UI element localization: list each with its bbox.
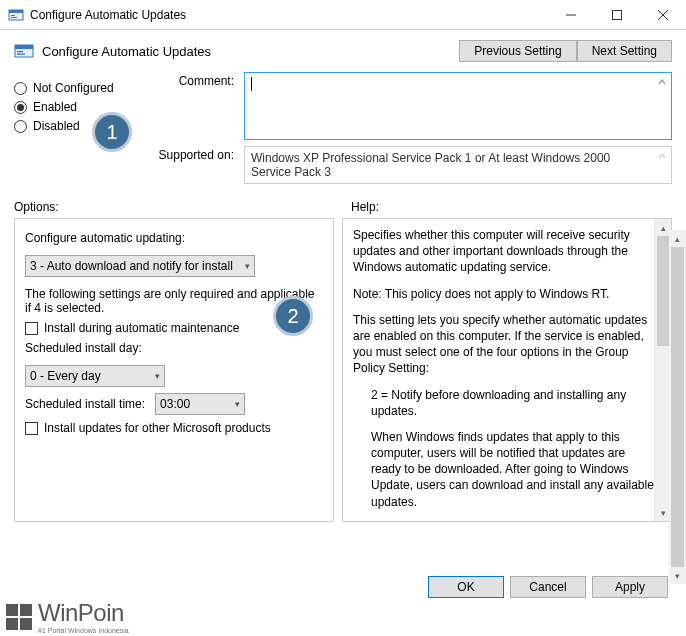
radio-not-configured[interactable]: Not Configured [14,81,154,95]
radio-icon [14,120,27,133]
maximize-button[interactable] [594,0,640,30]
chevron-up-icon[interactable] [655,75,669,89]
install-other-products-checkbox[interactable]: Install updates for other Microsoft prod… [25,421,323,435]
sched-day-label: Scheduled install day: [25,341,323,355]
svg-rect-10 [17,51,23,52]
watermark-tagline: #1 Portal Windows Indonesia [38,627,129,634]
radio-label: Disabled [33,119,80,133]
apply-button[interactable]: Apply [592,576,668,598]
checkbox-icon [25,422,38,435]
checkbox-icon [25,322,38,335]
state-radios: Not Configured Enabled Disabled [14,72,154,190]
window-controls [548,0,686,29]
winpoin-logo-icon [6,604,32,630]
outer-scrollbar[interactable]: ▴ ▾ [669,230,686,584]
help-paragraph: When Windows finds updates that apply to… [353,429,655,510]
options-label: Options: [14,200,341,214]
help-paragraph: This setting lets you specify whether au… [353,312,655,377]
window-title: Configure Automatic Updates [30,8,548,22]
configure-updating-label: Configure automatic updating: [25,231,323,245]
supported-on-box: Windows XP Professional Service Pack 1 o… [244,146,672,184]
configure-updating-select[interactable]: 3 - Auto download and notify for install… [25,255,255,277]
select-value: 0 - Every day [30,369,101,383]
help-paragraph: 3 = (Default setting) Download the updat… [353,520,655,522]
select-value: 3 - Auto download and notify for install [30,259,233,273]
sched-day-select[interactable]: 0 - Every day ▾ [25,365,165,387]
select-value: 03:00 [160,397,190,411]
supported-on-label: Supported on: [154,146,244,162]
help-paragraph: 2 = Notify before downloading and instal… [353,387,655,419]
annotation-badge-2: 2 [273,296,313,336]
section-labels: Options: Help: [0,190,686,218]
radio-enabled[interactable]: Enabled [14,100,154,114]
radio-icon [14,101,27,114]
svg-rect-2 [11,15,15,16]
minimize-button[interactable] [548,0,594,30]
sched-time-label: Scheduled install time: [25,397,145,411]
chevron-down-icon: ▾ [245,261,250,271]
previous-setting-button[interactable]: Previous Setting [459,40,576,62]
svg-rect-1 [9,10,23,13]
radio-disabled[interactable]: Disabled [14,119,154,133]
watermark: WinPoin #1 Portal Windows Indonesia [6,599,129,634]
dialog-footer: OK Cancel Apply [428,576,668,598]
chevron-down-icon[interactable]: ▾ [669,567,686,584]
svg-rect-11 [17,54,25,55]
scrollbar-thumb[interactable] [671,247,684,567]
sched-time-select[interactable]: 03:00 ▾ [155,393,245,415]
page-title: Configure Automatic Updates [42,44,459,59]
radio-icon [14,82,27,95]
ok-button[interactable]: OK [428,576,504,598]
chevron-up-icon[interactable] [655,149,669,163]
checkbox-label: Install during automatic maintenance [44,321,239,335]
comment-input[interactable] [244,72,672,140]
policy-icon [14,41,34,61]
svg-rect-9 [15,45,33,49]
panels: Configure automatic updating: 3 - Auto d… [0,218,686,522]
supported-on-value: Windows XP Professional Service Pack 1 o… [251,151,610,179]
annotation-badge-1: 1 [92,112,132,152]
checkbox-label: Install updates for other Microsoft prod… [44,421,271,435]
watermark-name: WinPoin [38,599,129,627]
radio-label: Not Configured [33,81,114,95]
scrollbar-thumb[interactable] [657,236,669,346]
policy-icon [8,7,24,23]
chevron-down-icon: ▾ [155,371,160,381]
help-paragraph: Note: This policy does not apply to Wind… [353,286,655,302]
cancel-button[interactable]: Cancel [510,576,586,598]
help-paragraph: Specifies whether this computer will rec… [353,227,655,276]
help-label: Help: [351,200,379,214]
header-row: Configure Automatic Updates Previous Set… [0,30,686,68]
comment-label: Comment: [154,72,244,88]
chevron-up-icon[interactable]: ▴ [669,230,686,247]
titlebar: Configure Automatic Updates [0,0,686,30]
chevron-down-icon: ▾ [235,399,240,409]
next-setting-button[interactable]: Next Setting [577,40,672,62]
svg-rect-3 [11,17,17,18]
fields-column: Comment: Supported on: Windows XP Profes… [154,72,672,190]
text-cursor [251,77,252,91]
close-button[interactable] [640,0,686,30]
help-panel: Specifies whether this computer will rec… [342,218,672,522]
svg-rect-5 [613,11,622,20]
radio-label: Enabled [33,100,77,114]
options-panel: Configure automatic updating: 3 - Auto d… [14,218,334,522]
